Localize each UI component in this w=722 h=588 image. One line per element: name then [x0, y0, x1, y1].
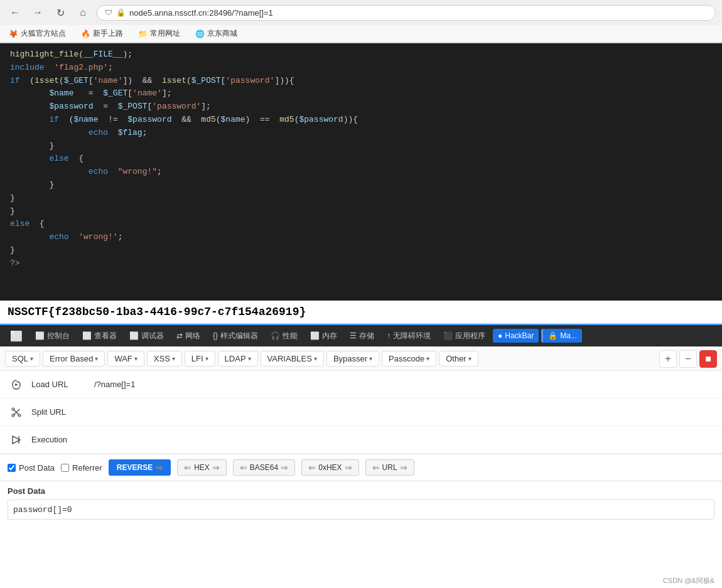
bookmark-newbie[interactable]: 🔥 新手上路: [78, 27, 126, 40]
base64-label: BASE64: [250, 463, 278, 472]
debugger-icon: ⬜: [129, 331, 139, 340]
bookmark-label: 京东商城: [207, 28, 237, 39]
flag-text: NSSCTF{f238bc50-1ba3-4416-99c7-c7f154a26…: [8, 306, 306, 318]
hackbar-panel: SQL ▾ Error Based ▾ WAF ▾ XSS ▾ LFI ▾ LD…: [0, 346, 722, 525]
menu-waf[interactable]: WAF ▾: [107, 351, 144, 366]
devtools-application-tab[interactable]: ⬛ 应用程序: [438, 328, 490, 344]
code-display: highlight_file(__FILE__); include 'flag2…: [0, 43, 722, 301]
devtools-memory-tab[interactable]: ⬜ 内存: [305, 328, 342, 344]
base64-right-arrow-icon: ⇒: [281, 462, 288, 473]
devtools-network-tab[interactable]: ⇄ 网络: [171, 328, 205, 344]
refresh-button[interactable]: ↻: [51, 4, 69, 21]
hex-button[interactable]: ⇐ HEX ⇒: [177, 459, 227, 476]
lfi-arrow-icon: ▾: [205, 355, 208, 362]
load-url-input[interactable]: [94, 380, 714, 389]
home-button[interactable]: ⌂: [74, 4, 92, 21]
browser-chrome: ← → ↻ ⌂ 🛡 🔒 node5.anna.nssctf.cn:28496/?…: [0, 0, 722, 43]
devtools-ma-tab[interactable]: 🔒 Ma...: [541, 329, 582, 343]
devtools-storage-tab[interactable]: ☰ 存储: [345, 328, 379, 344]
code-line-10: else {: [10, 152, 712, 166]
menu-sql[interactable]: SQL ▾: [5, 351, 40, 366]
code-line-11: echo "wrong!";: [10, 166, 712, 179]
code-line-17: echo 'wrong!';: [10, 231, 712, 244]
devtools-debugger-tab[interactable]: ⬜ 调试器: [124, 328, 169, 344]
url-encode-label: URL: [382, 463, 397, 472]
folder-icon: 📁: [138, 29, 148, 38]
reverse-button[interactable]: REVERSE ⇒: [109, 459, 171, 476]
application-icon: ⬛: [443, 331, 453, 340]
passcode-arrow-icon: ▾: [426, 355, 429, 362]
menu-passcode[interactable]: Passcode ▾: [382, 351, 436, 366]
oxhex-right-arrow-icon: ⇒: [345, 462, 352, 473]
menu-other[interactable]: Other ▾: [439, 351, 478, 366]
devtools-hackbar-tab[interactable]: ● HackBar: [493, 329, 539, 343]
remove-button[interactable]: −: [679, 350, 697, 368]
stop-button[interactable]: ■: [699, 350, 717, 368]
menu-xss[interactable]: XSS ▾: [147, 351, 182, 366]
devtools-style-tab[interactable]: {} 样式编辑器: [208, 328, 263, 344]
referrer-checkbox[interactable]: [61, 464, 69, 472]
oxhex-left-arrow-icon: ⇐: [308, 462, 316, 473]
xss-label: XSS: [154, 354, 170, 363]
load-url-label: Load URL: [31, 380, 88, 389]
back-button[interactable]: ←: [6, 4, 24, 21]
split-url-input[interactable]: [94, 407, 714, 417]
post-data-field[interactable]: [8, 500, 714, 520]
inspector-label: 查看器: [94, 331, 117, 341]
menu-bypasser[interactable]: Bypasser ▾: [326, 351, 379, 366]
base64-button[interactable]: ⇐ BASE64 ⇒: [233, 459, 295, 476]
oxhex-button[interactable]: ⇐ 0xHEX ⇒: [301, 459, 358, 476]
referrer-check-label[interactable]: Referrer: [61, 463, 102, 473]
bookmark-jd[interactable]: 🌐 京东商城: [193, 27, 240, 40]
fire-icon: 🔥: [81, 29, 90, 38]
url-section: Load URL Split URL: [0, 371, 722, 454]
bookmark-firefox[interactable]: 🦊 火狐官方站点: [6, 27, 68, 40]
post-data-section-label: Post Data: [8, 486, 714, 496]
url-encode-button[interactable]: ⇐ URL ⇒: [365, 459, 414, 476]
variables-label: VARIABLES: [267, 354, 312, 363]
execution-icon: [8, 431, 25, 449]
devtools-accessibility-tab[interactable]: ↑ 无障碍环境: [382, 328, 436, 344]
hex-left-arrow-icon: ⇐: [184, 462, 191, 473]
menu-ldap[interactable]: LDAP ▾: [218, 351, 258, 366]
sql-label: SQL: [12, 354, 28, 363]
code-line-7: if ($name != $password && md5($name) == …: [10, 114, 712, 127]
other-arrow-icon: ▾: [468, 355, 471, 362]
ma-label: Ma...: [560, 331, 577, 340]
url-text: node5.anna.nssctf.cn:28496/?name[]=1: [129, 8, 273, 18]
devtools-inspect-button[interactable]: ⬜: [5, 328, 28, 345]
code-line-19: ?>: [10, 257, 712, 270]
execution-input[interactable]: [94, 435, 714, 444]
menu-variables[interactable]: VARIABLES ▾: [261, 351, 324, 366]
add-button[interactable]: +: [659, 350, 677, 368]
code-line-9: }: [10, 140, 712, 153]
sql-arrow-icon: ▾: [30, 355, 33, 362]
console-icon: ⬜: [35, 331, 45, 340]
hex-label: HEX: [194, 463, 210, 472]
storage-label: 存储: [359, 331, 374, 341]
url-left-arrow-icon: ⇐: [372, 462, 380, 473]
devtools-console-tab[interactable]: ⬜ 控制台: [30, 328, 75, 344]
oxhex-label: 0xHEX: [318, 463, 342, 472]
post-data-checkbox[interactable]: [8, 464, 16, 472]
post-data-check-label[interactable]: Post Data: [8, 463, 55, 473]
code-line-6: $password = $_POST['password'];: [10, 100, 712, 114]
menu-lfi[interactable]: LFI ▾: [185, 351, 215, 366]
split-url-icon: [8, 404, 25, 421]
address-bar[interactable]: 🛡 🔒 node5.anna.nssctf.cn:28496/?name[]=1: [97, 5, 716, 21]
error-based-label: Error Based: [50, 354, 93, 363]
waf-label: WAF: [114, 354, 132, 363]
ldap-label: LDAP: [225, 354, 246, 363]
waf-arrow-icon: ▾: [134, 355, 137, 362]
devtools-perf-tab[interactable]: 🎧 性能: [266, 328, 303, 344]
bypasser-arrow-icon: ▾: [369, 355, 372, 362]
reverse-label: REVERSE: [117, 463, 153, 472]
bookmark-label: 常用网址: [150, 28, 180, 39]
code-line-8: echo $flag;: [10, 127, 712, 140]
forward-button[interactable]: →: [29, 4, 46, 21]
menu-error-based[interactable]: Error Based ▾: [43, 351, 105, 366]
buttons-row: Post Data Referrer REVERSE ⇒ ⇐ HEX ⇒ ⇐ B…: [0, 454, 722, 481]
code-line-5: $name = $_GET['name'];: [10, 87, 712, 100]
bookmark-common[interactable]: 📁 常用网址: [136, 27, 183, 40]
devtools-inspector-tab[interactable]: ⬜ 查看器: [77, 328, 122, 344]
